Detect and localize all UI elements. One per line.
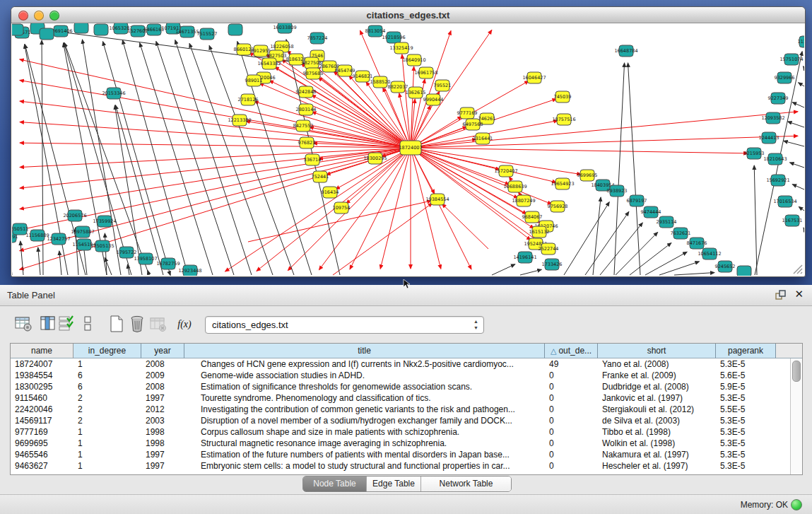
table-cell[interactable]: 9115460: [11, 392, 73, 404]
graph-node[interactable]: 989011: [245, 75, 263, 86]
graph-node[interactable]: 7515527: [197, 28, 218, 40]
graph-node[interactable]: 2522744: [539, 243, 559, 255]
graph-node[interactable]: 20153346: [102, 88, 125, 99]
table-cell[interactable]: 2008: [141, 358, 184, 370]
table-cell[interactable]: 2009: [141, 370, 184, 381]
graph-edge[interactable]: [645, 252, 687, 275]
graph-node[interactable]: 16782759: [156, 258, 180, 269]
graph-edge[interactable]: [411, 136, 798, 148]
graph-node[interactable]: 8215953: [744, 148, 765, 159]
table-cell[interactable]: Yano et al. (2008): [598, 358, 716, 370]
graph-node[interactable]: 10975887: [71, 226, 94, 238]
graph-node[interactable]: 9756928: [548, 201, 568, 212]
graph-node[interactable]: 9474444: [641, 206, 661, 218]
graph-node[interactable]: 16961758: [414, 67, 437, 78]
graph-edge[interactable]: [411, 148, 441, 269]
graph-node[interactable]: 752441: [312, 171, 329, 182]
graph-node[interactable]: 9242848: [296, 86, 317, 98]
graph-node[interactable]: 9329966: [775, 72, 795, 83]
graph-edge[interactable]: [630, 243, 671, 275]
table-cell[interactable]: 5.3E-5: [716, 438, 776, 449]
column-header-out_de[interactable]: △out_de...: [545, 344, 598, 358]
table-selector-dropdown[interactable]: citations_edges.txt ▲▼: [205, 316, 484, 334]
graph-edge[interactable]: [156, 42, 234, 275]
float-panel-icon[interactable]: [775, 289, 787, 301]
table-cell[interactable]: 0: [545, 381, 598, 392]
graph-node[interactable]: 10654112: [698, 248, 721, 259]
table-cell[interactable]: Stergiakouli et al. (2012): [598, 404, 716, 415]
table-cell[interactable]: 0: [545, 449, 598, 460]
graph-node[interactable]: 111721: [798, 36, 804, 47]
table-cell[interactable]: 2003: [141, 415, 184, 426]
table-cell[interactable]: 0: [545, 426, 598, 438]
graph-edge[interactable]: [175, 40, 252, 275]
table-cell[interactable]: Corpus callosum shape and size in male p…: [184, 426, 545, 438]
graph-node[interactable]: [74, 23, 88, 33]
graph-node[interactable]: 15720407: [494, 165, 517, 177]
tab-network-table[interactable]: Network Table: [421, 477, 511, 491]
table-settings-icon[interactable]: [14, 315, 33, 334]
table-cell[interactable]: 9465546: [11, 449, 73, 460]
graph-edge[interactable]: [402, 54, 411, 148]
graph-edge[interactable]: [788, 122, 804, 127]
graph-edge[interactable]: [350, 148, 411, 269]
graph-node[interactable]: 18724007: [399, 141, 422, 155]
graph-node[interactable]: 916434: [322, 187, 339, 198]
table-cell[interactable]: de Silva et al. (2003): [598, 415, 716, 426]
graph-node[interactable]: [12, 24, 23, 35]
table-cell[interactable]: Structural magnetic resonance image aver…: [184, 438, 545, 449]
graph-node[interactable]: 14196141: [513, 252, 536, 263]
graph-node[interactable]: 11156889: [25, 230, 49, 241]
graph-node[interactable]: 7857224: [307, 33, 328, 44]
table-cell[interactable]: 9777169: [11, 426, 73, 438]
graph-node[interactable]: [737, 266, 751, 276]
table-cell[interactable]: 19384554: [11, 370, 73, 381]
table-cell[interactable]: Nakamura et al. (1997): [598, 449, 716, 460]
graph-node[interactable]: 2718126: [238, 94, 259, 105]
table-cell[interactable]: Changes of HCN gene expression and I(f) …: [184, 358, 545, 370]
table-row[interactable]: 969969511998Structural magnetic resonanc…: [11, 438, 791, 449]
graph-node[interactable]: 9245652: [715, 261, 736, 272]
table-cell[interactable]: Franke et al. (2009): [598, 370, 716, 381]
table-cell[interactable]: Estimation of the future numbers of pati…: [184, 449, 545, 460]
graph-edge[interactable]: [614, 63, 625, 275]
graph-node[interactable]: 17016534: [773, 196, 796, 207]
graph-edge[interactable]: [804, 66, 804, 68]
table-cell[interactable]: Tibbo et al. (1998): [598, 426, 716, 438]
table-cell[interactable]: 5.3E-5: [716, 426, 776, 438]
graph-node[interactable]: 9227349: [768, 93, 789, 104]
graph-node[interactable]: 1167531: [782, 215, 803, 226]
graph-edge[interactable]: [792, 103, 804, 107]
graph-edge[interactable]: [442, 204, 488, 249]
table-cell[interactable]: Wolkin et al. (1998): [598, 438, 716, 449]
graph-node[interactable]: 8427552: [293, 120, 314, 132]
new-table-icon[interactable]: [107, 315, 126, 334]
table-cell[interactable]: 5.3E-5: [716, 392, 776, 404]
graph-edge[interactable]: [799, 83, 804, 86]
graph-node[interactable]: 976823: [298, 137, 316, 148]
graph-node[interactable]: 2316441: [473, 133, 493, 144]
graph-edge[interactable]: [754, 165, 757, 275]
table-cell[interactable]: Tourette syndrome. Phenomenology and cla…: [184, 392, 545, 404]
graph-node[interactable]: 16046427: [522, 72, 546, 83]
table-cell[interactable]: 0: [545, 404, 598, 415]
column-chooser-icon[interactable]: [79, 315, 98, 334]
table-cell[interactable]: 14569117: [11, 415, 73, 426]
table-cell[interactable]: 5.5E-5: [716, 404, 776, 415]
graph-node[interactable]: 1733426: [542, 259, 563, 270]
graph-edge[interactable]: [674, 273, 714, 275]
graph-edge[interactable]: [411, 148, 510, 185]
table-row[interactable]: 1456911722003Disruption of a novel membe…: [11, 415, 791, 426]
graph-node[interactable]: 8938923: [607, 185, 628, 197]
graph-node[interactable]: 1615132: [529, 226, 550, 238]
graph-node[interactable]: 12923448: [178, 265, 201, 276]
table-row[interactable]: 977716911998Corpus callosum shape and si…: [11, 426, 791, 438]
table-cell[interactable]: 0: [545, 460, 598, 472]
table-cell[interactable]: 0: [545, 438, 598, 449]
graph-edge[interactable]: [585, 211, 629, 275]
graph-node[interactable]: 19654923: [551, 178, 574, 189]
graph-node[interactable]: 9990444: [423, 94, 444, 105]
window-titlebar[interactable]: citations_edges.txt: [11, 7, 805, 23]
table-cell[interactable]: 1: [73, 449, 141, 460]
column-header-in_degree[interactable]: in_degree: [73, 344, 141, 358]
